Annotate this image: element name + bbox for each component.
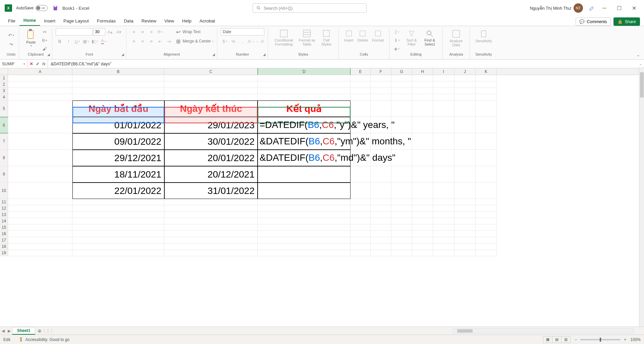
cell-H11[interactable] — [412, 199, 433, 205]
decrease-font-button[interactable]: A▾ — [115, 28, 123, 36]
cell-A17[interactable] — [8, 237, 72, 244]
decrease-decimal-button[interactable]: ←.0 — [256, 38, 264, 45]
align-bottom-button[interactable]: ≡ — [147, 28, 155, 36]
cell-G3[interactable] — [391, 88, 412, 94]
row-header-8[interactable]: 8 — [0, 150, 8, 166]
cell-E15[interactable] — [351, 224, 371, 231]
cell-E2[interactable] — [351, 81, 371, 88]
cell-C18[interactable] — [164, 244, 258, 250]
cell-H3[interactable] — [412, 88, 433, 94]
cell-D10[interactable] — [258, 183, 351, 199]
cell-F3[interactable] — [371, 88, 391, 94]
cell-E14[interactable] — [351, 218, 371, 224]
cell-I11[interactable] — [433, 199, 454, 205]
cell-K12[interactable] — [476, 205, 497, 212]
expand-formula-bar-icon[interactable]: ⌄ — [637, 62, 644, 66]
cut-button[interactable]: ✂ — [41, 28, 49, 36]
cell-I12[interactable] — [433, 205, 454, 212]
cell-E1[interactable] — [351, 75, 371, 81]
cell-J13[interactable] — [454, 212, 476, 218]
cell-G13[interactable] — [391, 212, 412, 218]
cell-K5[interactable] — [476, 100, 497, 117]
row-header-11[interactable]: 11 — [0, 199, 8, 205]
cell-I18[interactable] — [433, 244, 454, 250]
align-center-button[interactable]: ≡ — [139, 38, 147, 45]
row-header-3[interactable]: 3 — [0, 88, 8, 94]
cell-G12[interactable] — [391, 205, 412, 212]
row-header-12[interactable]: 12 — [0, 205, 8, 212]
cell-K19[interactable] — [476, 250, 497, 256]
comments-button[interactable]: 💬 Comments — [576, 17, 610, 26]
cell-H18[interactable] — [412, 244, 433, 250]
cell-C15[interactable] — [164, 224, 258, 231]
cell-G5[interactable] — [391, 100, 412, 117]
tab-scroll-splitter[interactable]: ⋮ — [44, 329, 52, 333]
column-header-i[interactable]: I — [433, 68, 454, 75]
cell-D12[interactable] — [258, 205, 351, 212]
cell-F14[interactable] — [371, 218, 391, 224]
percent-button[interactable]: % — [229, 38, 237, 45]
cell-J5[interactable] — [454, 100, 476, 117]
bold-button[interactable]: B — [56, 38, 64, 45]
cell-G10[interactable] — [391, 183, 412, 199]
cell-D17[interactable] — [258, 237, 351, 244]
align-left-button[interactable]: ≡ — [130, 38, 138, 45]
cell-A6[interactable] — [8, 117, 72, 133]
cell-J18[interactable] — [454, 244, 476, 250]
cell-I15[interactable] — [433, 224, 454, 231]
view-page-break-button[interactable]: ▥ — [561, 336, 571, 343]
format-cells-button[interactable]: Format — [370, 28, 386, 43]
zoom-level[interactable]: 100% — [630, 337, 641, 342]
row-header-5[interactable]: 5 — [0, 100, 8, 117]
pen-icon[interactable] — [589, 5, 595, 11]
cell-C14[interactable] — [164, 218, 258, 224]
cell-D16[interactable] — [258, 231, 351, 237]
cell-B17[interactable] — [72, 237, 164, 244]
cell-F13[interactable] — [371, 212, 391, 218]
cell-K9[interactable] — [476, 166, 497, 183]
cell-F15[interactable] — [371, 224, 391, 231]
cell-F12[interactable] — [371, 205, 391, 212]
cell-G14[interactable] — [391, 218, 412, 224]
cell-C10[interactable]: 31/01/2022 — [164, 183, 258, 199]
cell-A19[interactable] — [8, 250, 72, 256]
column-header-b[interactable]: B — [72, 68, 164, 75]
name-box[interactable]: SUMIF▾ — [0, 60, 28, 68]
new-sheet-button[interactable]: ⊕ — [35, 328, 44, 334]
format-as-table-button[interactable]: Format as Table — [296, 28, 318, 47]
cell-F11[interactable] — [371, 199, 391, 205]
vertical-scroll-thumb[interactable] — [640, 72, 644, 97]
close-window-button[interactable]: ✕ — [627, 3, 641, 13]
cell-B1[interactable] — [72, 75, 164, 81]
cell-A12[interactable] — [8, 205, 72, 212]
cell-H14[interactable] — [412, 218, 433, 224]
cell-A5[interactable] — [8, 100, 72, 117]
minimize-button[interactable]: ─ — [597, 3, 612, 13]
cell-K7[interactable] — [476, 133, 497, 150]
cell-K15[interactable] — [476, 224, 497, 231]
cell-E19[interactable] — [351, 250, 371, 256]
row-header-19[interactable]: 19 — [0, 250, 8, 256]
cell-H5[interactable] — [412, 100, 433, 117]
increase-decimal-button[interactable]: .0→ — [247, 38, 255, 45]
cell-J12[interactable] — [454, 205, 476, 212]
cell-A16[interactable] — [8, 231, 72, 237]
clipboard-launcher-icon[interactable]: ◢ — [47, 53, 50, 56]
zoom-slider[interactable] — [580, 339, 621, 340]
cell-I19[interactable] — [433, 250, 454, 256]
increase-font-button[interactable]: A▴ — [106, 28, 114, 36]
fill-button[interactable]: ⬇▾ — [393, 37, 401, 44]
cancel-formula-button[interactable]: ✕ — [30, 61, 33, 66]
cell-H15[interactable] — [412, 224, 433, 231]
horizontal-scrollbar[interactable] — [453, 329, 634, 333]
cell-C8[interactable]: 20/01/2022 — [164, 150, 258, 166]
wrap-text-button[interactable]: ↩ Wrap Text — [176, 28, 214, 36]
cell-B18[interactable] — [72, 244, 164, 250]
vertical-scrollbar[interactable] — [639, 67, 644, 327]
conditional-formatting-button[interactable]: Conditional Formatting — [271, 28, 296, 47]
cell-D18[interactable] — [258, 244, 351, 250]
cell-B2[interactable] — [72, 81, 164, 88]
cell-H6[interactable] — [412, 117, 433, 133]
cell-K2[interactable] — [476, 81, 497, 88]
cell-K13[interactable] — [476, 212, 497, 218]
